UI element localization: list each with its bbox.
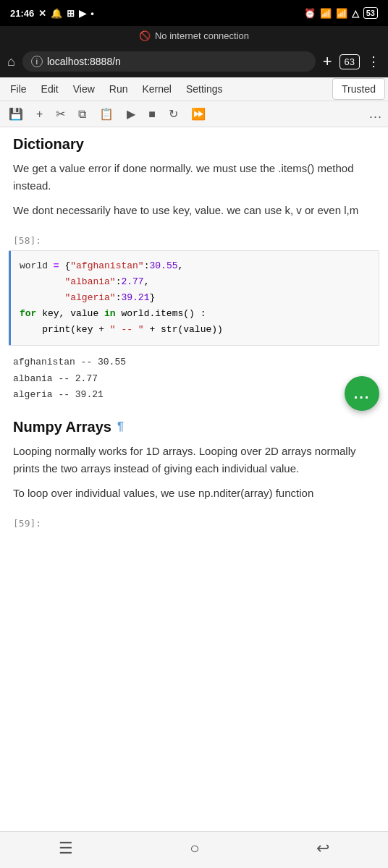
comma2: , [144,276,150,287]
status-left: 21:46 ✕ 🔔 ⊞ ▶ • [10,8,94,19]
toolbar: 💾 + ✂ ⧉ 📋 ▶ ■ ↻ ⏩ ... [0,101,388,127]
no-wifi-icon: 🚫 [139,30,151,41]
code-line-2: "albania":2.77, [20,274,370,290]
toolbar-more-button[interactable]: ... [369,106,382,122]
code-line-3: "algeria":39.21} [20,290,370,306]
vars-kv: key, value [36,308,104,319]
plus1: + [98,324,110,335]
tabs-count[interactable]: 63 [340,54,360,69]
menu-bar: Dictionary File Edit View Run Kernel Set… [0,77,388,101]
network-x-icon: ✕ [38,8,46,19]
output-line-3: algeria -- 39.21 [13,387,375,403]
comma1: , [178,260,184,271]
url-text: localhost:8888/n [47,56,307,67]
str-sep: " -- " [110,324,144,335]
dict-close: } [149,292,155,303]
browser-menu-button[interactable]: ⋮ [367,54,381,69]
code-line-4: for key, value in world.items() : [20,306,370,322]
numpy-title: Numpy Arrays ¶ [13,419,375,435]
code-cell-58[interactable]: world = {"afghanistan":30.55, "albania":… [9,250,379,346]
dictionary-section: Dictionary We get a value error if done … [0,127,388,235]
num-30: 30.55 [149,260,177,271]
cell-58-label: [58]: [0,235,388,246]
no-internet-banner: 🚫 No internet connection [0,26,388,46]
new-tab-button[interactable]: + [323,52,332,71]
var-world: world [20,260,48,271]
status-right: ⏰ 📶 📶 △ 53 [304,7,378,19]
url-bar: ⌂ i localhost:8888/n + 63 ⋮ [0,46,388,77]
code-line-1: world = {"afghanistan":30.55, [20,258,370,274]
menu-run[interactable]: Run [102,77,135,101]
output-cell-58: afghanistan -- 30.55 albania -- 2.77 alg… [0,352,388,409]
copy-icon[interactable]: ⧉ [75,105,89,124]
url-input-container[interactable]: i localhost:8888/n [22,51,316,72]
add-cell-icon[interactable]: + [33,105,46,124]
no-internet-message: No internet connection [155,30,249,41]
info-icon: i [31,56,43,67]
numpy-para2: To loop over individual values, we use n… [13,485,375,502]
bottom-spacer [0,533,388,576]
alarm-icon: ⏰ [304,8,316,19]
assign-op: = [54,260,65,271]
battery: 53 [363,7,378,19]
fab-button[interactable]: ... [345,376,379,411]
trusted-button[interactable]: Trusted [332,78,385,100]
paste-icon[interactable]: 📋 [96,104,117,124]
numpy-section: Numpy Arrays ¶ Looping normally works fo… [0,410,388,518]
dictionary-para1: We get a value error if done normally. w… [13,160,375,195]
num-2: 2.77 [121,276,143,287]
numpy-para1: Looping normally works for 1D arrays. Lo… [13,443,375,477]
signal2-icon: 📶 [336,8,347,19]
menu-edit[interactable]: Edit [34,77,66,101]
fast-forward-icon[interactable]: ⏩ [188,104,208,124]
kw-in: in [104,308,116,319]
media-icon: ▶ [79,8,86,19]
menu-file[interactable]: File [3,77,34,101]
world-items: world.items() : [116,308,206,319]
refresh-icon[interactable]: ↻ [166,104,181,124]
indent2 [20,276,64,287]
str-albania: "albania" [64,276,115,287]
indent3 [20,292,64,303]
str-algeria: "algeria" [64,292,115,303]
run-icon[interactable]: ▶ [124,104,138,124]
grid-icon: ⊞ [67,8,75,19]
menu-settings[interactable]: Settings [179,77,230,101]
status-bar: 21:46 ✕ 🔔 ⊞ ▶ • ⏰ 📶 📶 △ 53 [0,0,388,26]
dictionary-title: Dictionary [13,136,375,153]
code-line-5: print(key + " -- " + str(value)) [20,322,370,338]
num-39: 39.21 [121,292,149,303]
dictionary-para2: We dont necessarily have to use key, val… [13,202,375,219]
home-icon[interactable]: ⌂ [7,54,15,69]
cell-59-label: [59]: [0,518,388,529]
str-afghanistan: "afghanistan" [70,260,143,271]
indent5 [20,324,42,335]
stop-icon[interactable]: ■ [146,105,159,124]
time: 21:46 [10,8,34,19]
output-line-1: afghanistan -- 30.55 [13,354,375,370]
print-call: print(key [42,324,98,335]
plus2: + str(value)) [144,324,223,335]
output-line-2: albania -- 2.77 [13,371,375,387]
dot-icon: • [90,8,94,19]
paragraph-mark-icon: ¶ [117,420,124,433]
notebook: Dictionary We get a value error if done … [0,127,388,591]
menu-kernel[interactable]: Kernel [135,77,178,101]
menu-view[interactable]: View [66,77,102,101]
kw-for: for [20,308,36,319]
wifi-icon: △ [352,8,359,19]
numpy-title-text: Numpy Arrays [13,419,111,435]
save-icon[interactable]: 💾 [6,104,26,124]
notification-icon: 🔔 [51,8,62,19]
cut-icon[interactable]: ✂ [53,104,68,124]
signal1-icon: 📶 [320,8,332,19]
